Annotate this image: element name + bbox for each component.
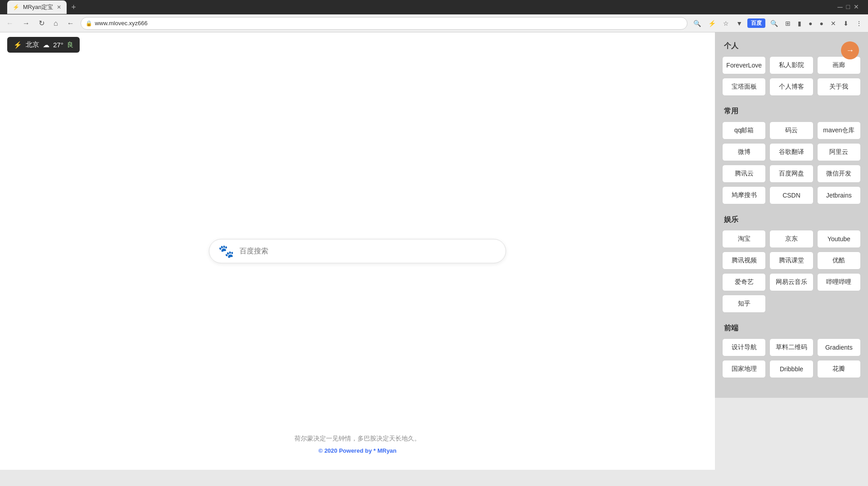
navigation-bar: ← → ↻ ⌂ ← 🔒 www.mlovec.xyz666 🔍 ⚡ ☆ ▼ 百度… (0, 14, 868, 32)
left-content-area: ⚡ 北京 ☁ 27° 良 🐾 荷尔蒙决定一见钟情，多巴胺决定天长地久。 © 20… (0, 32, 715, 470)
nav-control-1[interactable]: ▮ (796, 18, 804, 29)
temperature: 27° (53, 41, 63, 49)
cloud-icon: ☁ (43, 41, 50, 49)
nav-control-3[interactable]: ● (818, 18, 826, 29)
link-gradients[interactable]: Gradients (817, 338, 861, 356)
frontend-links-grid: 设计导航 草料二维码 Gradients 国家地理 Dribbble 花瓣 (722, 338, 861, 378)
tab-close-button[interactable]: ✕ (57, 4, 61, 10)
link-gitee[interactable]: 码云 (769, 122, 813, 140)
link-baota-panel[interactable]: 宝塔面板 (722, 78, 766, 96)
nav-control-4[interactable]: ✕ (828, 18, 838, 29)
link-wechat-dev[interactable]: 微信开发 (817, 165, 861, 183)
right-sidebar: 个人 ForeverLove 私人影院 画廊 宝塔面板 个人博客 关于我 常用 … (715, 32, 868, 398)
link-taobao[interactable]: 淘宝 (722, 230, 766, 248)
footer-quote: 荷尔蒙决定一见钟情，多巴胺决定天长地久。 (294, 435, 420, 443)
city-name: 北京 (26, 40, 39, 49)
common-links-grid: qq邮箱 码云 maven仓库 微博 谷歌翻译 阿里云 腾讯云 百度网盘 微信开… (722, 122, 861, 204)
arrow-right-button[interactable]: → (841, 41, 859, 59)
link-netease-music[interactable]: 网易云音乐 (769, 273, 813, 291)
active-tab[interactable]: ⚡ MRyan定宝 ✕ (7, 0, 67, 14)
link-iqiyi[interactable]: 爱奇艺 (722, 273, 766, 291)
bookmark-button[interactable]: ▼ (734, 18, 745, 29)
search-box[interactable]: 🐾 (209, 239, 506, 263)
link-huaban[interactable]: 花瓣 (817, 360, 861, 378)
link-tencent-cloud[interactable]: 腾讯云 (722, 165, 766, 183)
reload-button[interactable]: ↻ (36, 17, 47, 29)
close-window-button[interactable]: ✕ (854, 3, 859, 11)
link-google-translate[interactable]: 谷歌翻译 (769, 143, 813, 161)
menu-button[interactable]: ⋮ (854, 18, 864, 29)
forward-button[interactable]: → (20, 18, 32, 29)
right-wrapper: → 个人 ForeverLove 私人影院 画廊 宝塔面板 个人博客 关于我 常… (715, 32, 868, 470)
search-container: 🐾 (209, 239, 506, 263)
footer-copyright: © 2020 Powered by * MRyan (318, 447, 397, 454)
air-quality: 良 (67, 41, 73, 49)
lock-icon: 🔒 (86, 20, 92, 27)
section-common: 常用 qq邮箱 码云 maven仓库 微博 谷歌翻译 阿里云 腾讯云 百度网盘 … (722, 107, 861, 204)
section-entertainment: 娱乐 淘宝 京东 Youtube 腾讯视频 腾讯课堂 优酷 爱奇艺 网易云音乐 … (722, 215, 861, 313)
link-maven[interactable]: maven仓库 (817, 122, 861, 140)
section-personal: 个人 ForeverLove 私人影院 画廊 宝塔面板 个人博客 关于我 (722, 41, 861, 96)
new-tab-button[interactable]: + (71, 3, 76, 12)
section-frontend-title: 前端 (722, 324, 861, 333)
link-zhihu[interactable]: 知乎 (722, 295, 766, 313)
section-personal-title: 个人 (722, 41, 861, 51)
link-qq-mail[interactable]: qq邮箱 (722, 122, 766, 140)
section-common-title: 常用 (722, 107, 861, 116)
back-page-button[interactable]: ← (64, 18, 77, 29)
link-gallery[interactable]: 画廊 (817, 56, 861, 74)
link-dribbble[interactable]: Dribbble (769, 360, 813, 378)
link-design-nav[interactable]: 设计导航 (722, 338, 766, 356)
link-qr-code[interactable]: 草料二维码 (769, 338, 813, 356)
link-about-me[interactable]: 关于我 (817, 78, 861, 96)
weather-widget: ⚡ 北京 ☁ 27° 良 (7, 37, 80, 53)
link-csdn[interactable]: CSDN (769, 186, 813, 204)
link-weibo[interactable]: 微博 (722, 143, 766, 161)
tab-title: MRyan定宝 (23, 3, 53, 11)
link-jiumo-search[interactable]: 鸠摩搜书 (722, 186, 766, 204)
link-private-cinema[interactable]: 私人影院 (769, 56, 813, 74)
link-bilibili[interactable]: 哔哩哔哩 (817, 273, 861, 291)
star-button[interactable]: ☆ (721, 18, 731, 29)
windows-icon[interactable]: ⊞ (783, 18, 793, 29)
link-baidu-netdisk[interactable]: 百度网盘 (769, 165, 813, 183)
browser-chrome: ⚡ MRyan定宝 ✕ + ─ □ ✕ ← → ↻ ⌂ ← 🔒 www.mlov… (0, 0, 868, 32)
link-national-geo[interactable]: 国家地理 (722, 360, 766, 378)
address-bar[interactable]: 🔒 www.mlovec.xyz666 (81, 17, 688, 30)
link-aliyun[interactable]: 阿里云 (817, 143, 861, 161)
title-bar: ⚡ MRyan定宝 ✕ + ─ □ ✕ (0, 0, 868, 14)
tab-favicon: ⚡ (13, 4, 19, 10)
lightning-weather-icon: ⚡ (14, 41, 22, 49)
minimize-button[interactable]: ─ (837, 3, 842, 11)
restore-button[interactable]: □ (846, 3, 850, 11)
link-jetbrains[interactable]: Jetbrains (817, 186, 861, 204)
back-button[interactable]: ← (4, 18, 16, 29)
copyright-text: © 2020 Powered by * (318, 447, 377, 454)
link-personal-blog[interactable]: 个人博客 (769, 78, 813, 96)
link-youtube[interactable]: Youtube (817, 230, 861, 248)
nav-right-controls: 🔍 ⚡ ☆ ▼ 百度 🔍 ⊞ ▮ ● ● ✕ ⬇ ⋮ (691, 18, 864, 29)
entertainment-links-grid: 淘宝 京东 Youtube 腾讯视频 腾讯课堂 优酷 爱奇艺 网易云音乐 哔哩哔… (722, 230, 861, 313)
link-foreverlove[interactable]: ForeverLove (722, 56, 766, 74)
author-name: MRyan (377, 447, 397, 454)
section-frontend: 前端 设计导航 草料二维码 Gradients 国家地理 Dribbble 花瓣 (722, 324, 861, 378)
link-tencent-video[interactable]: 腾讯视频 (722, 252, 766, 270)
baidu-logo: 百度 (747, 18, 765, 28)
section-entertainment-title: 娱乐 (722, 215, 861, 225)
personal-links-grid: ForeverLove 私人影院 画廊 宝塔面板 个人博客 关于我 (722, 56, 861, 96)
link-tencent-class[interactable]: 腾讯课堂 (769, 252, 813, 270)
page-layout: ⚡ 北京 ☁ 27° 良 🐾 荷尔蒙决定一见钟情，多巴胺决定天长地久。 © 20… (0, 32, 868, 470)
nav-search-icon[interactable]: 🔍 (768, 18, 780, 29)
download-button[interactable]: ⬇ (841, 18, 851, 29)
link-youku[interactable]: 优酷 (817, 252, 861, 270)
link-jd[interactable]: 京东 (769, 230, 813, 248)
search-button[interactable]: 🔍 (691, 18, 703, 29)
search-input[interactable] (240, 247, 497, 255)
baidu-paw-icon: 🐾 (218, 244, 234, 259)
nav-control-2[interactable]: ● (806, 18, 814, 29)
lightning-button[interactable]: ⚡ (706, 18, 718, 29)
url-text: www.mlovec.xyz666 (95, 20, 683, 27)
home-button[interactable]: ⌂ (51, 18, 61, 29)
